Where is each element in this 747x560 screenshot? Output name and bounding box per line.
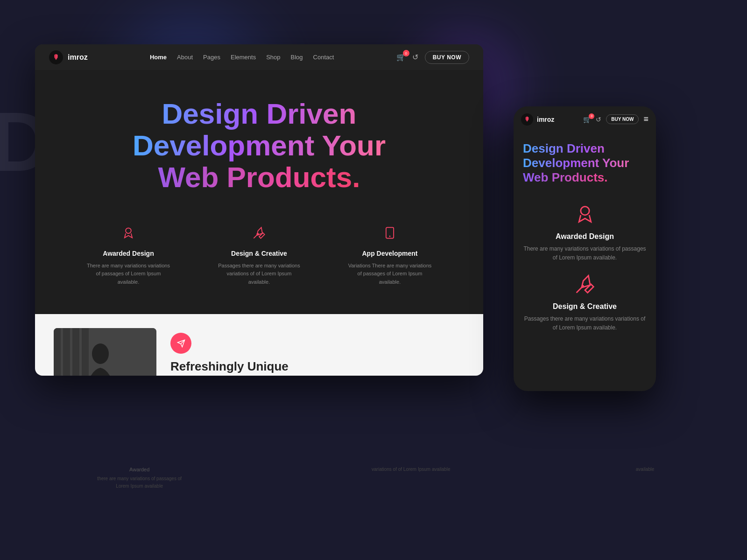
mobile-theme-icon[interactable]: ↺ — [596, 116, 601, 123]
desktop-mockup: imroz Home About Pages Elements Shop Blo… — [35, 44, 483, 376]
svg-line-2 — [254, 235, 257, 238]
feature-card-creative: Design & Creative Passages there are man… — [194, 217, 324, 296]
mobile-award-icon — [523, 204, 647, 229]
nav-link-home[interactable]: Home — [150, 54, 167, 61]
feature-title-awarded: Awarded Design — [103, 250, 154, 257]
mobile-hero-title: Design Driven Development Your Web Produ… — [523, 141, 647, 185]
smartphone-icon — [383, 226, 396, 243]
feature-desc-creative: Passages there are many variations varia… — [217, 262, 301, 287]
mobile-cart-icon[interactable]: 🛒 0 — [583, 116, 591, 123]
svg-point-1 — [257, 233, 259, 235]
desktop-buy-button[interactable]: BUY NOW — [425, 51, 469, 64]
bg-col-2: variations of of Lorem Ipsum available — [372, 466, 450, 490]
desktop-second-section: Refreshingly Unique — [35, 314, 483, 376]
feature-card-app: App Development Variations There are man… — [324, 217, 455, 296]
svg-point-10 — [92, 343, 109, 364]
svg-rect-9 — [82, 328, 89, 376]
pen-tool-icon — [253, 226, 266, 243]
mobile-features: Awarded Design There are many variations… — [514, 197, 656, 351]
bg-col-3: available — [636, 466, 654, 490]
mobile-feature-title-awarded: Awarded Design — [523, 232, 647, 241]
mobile-hero-line3: Web Products. — [523, 170, 647, 185]
mobile-feature-title-creative: Design & Creative — [523, 302, 647, 311]
image-inner — [54, 328, 156, 376]
desktop-nav-actions: 🛒 0 ↺ BUY NOW — [396, 51, 469, 64]
desktop-theme-icon[interactable]: ↺ — [412, 53, 418, 62]
desktop-logo-text: imroz — [68, 53, 88, 62]
desktop-logo-icon — [49, 50, 63, 64]
feature-desc-awarded: There are many variations variations of … — [86, 262, 170, 287]
desktop-navbar: imroz Home About Pages Elements Shop Blo… — [35, 44, 483, 70]
send-icon-button[interactable] — [170, 333, 191, 354]
desktop-hero: Design Driven Development Your Web Produ… — [35, 70, 483, 314]
nav-link-pages[interactable]: Pages — [203, 54, 220, 61]
feature-title-creative: Design & Creative — [231, 250, 287, 257]
svg-rect-8 — [72, 328, 79, 376]
svg-rect-7 — [63, 328, 70, 376]
bg-col-1: Awarded there are many variations of pas… — [93, 466, 186, 490]
desktop-hero-line3: Web Products. — [133, 161, 386, 193]
svg-point-0 — [126, 228, 131, 233]
mobile-menu-icon[interactable]: ≡ — [643, 114, 648, 124]
feature-card-awarded: Awarded Design There are many variations… — [63, 217, 194, 296]
desktop-nav-links: Home About Pages Elements Shop Blog Cont… — [150, 54, 334, 61]
mobile-logo: imroz — [521, 113, 554, 126]
mobile-mockup: imroz 🛒 0 ↺ BUY NOW ≡ Design Driven Deve… — [514, 106, 656, 391]
nav-link-elements[interactable]: Elements — [231, 54, 256, 61]
nav-link-about[interactable]: About — [177, 54, 193, 61]
svg-point-13 — [580, 206, 589, 215]
nav-link-shop[interactable]: Shop — [266, 54, 280, 61]
mobile-feature-creative: Design & Creative Passages there are man… — [523, 274, 647, 332]
svg-point-14 — [581, 285, 584, 288]
desktop-cart-badge: 0 — [403, 50, 409, 56]
feature-title-app: App Development — [362, 250, 417, 257]
mobile-feature-desc-creative: Passages there are many variations varia… — [523, 315, 647, 332]
feature-desc-app: Variations There are many variations of … — [348, 262, 432, 287]
mobile-logo-text: imroz — [537, 116, 554, 123]
desktop-logo: imroz — [49, 50, 88, 64]
desktop-hero-line1: Design Driven — [133, 98, 386, 130]
bg-bottom-text: Awarded there are many variations of pas… — [0, 466, 747, 490]
mobile-hero: Design Driven Development Your Web Produ… — [514, 132, 656, 197]
svg-rect-6 — [54, 328, 61, 376]
desktop-feature-cards: Awarded Design There are many variations… — [54, 208, 465, 296]
desktop-second-title: Refreshingly Unique — [170, 359, 465, 374]
desktop-cart-icon[interactable]: 🛒 0 — [396, 53, 406, 62]
nav-link-contact[interactable]: Contact — [313, 54, 334, 61]
svg-line-15 — [576, 287, 581, 293]
desktop-hero-line2: Development Your — [133, 130, 386, 161]
desktop-second-content: Refreshingly Unique — [170, 328, 465, 374]
award-icon — [122, 226, 135, 243]
mobile-navbar: imroz 🛒 0 ↺ BUY NOW ≡ — [514, 106, 656, 132]
mobile-logo-icon — [521, 113, 533, 126]
nav-link-blog[interactable]: Blog — [291, 54, 303, 61]
desktop-person-image — [54, 328, 156, 376]
mobile-nav-actions: 🛒 0 ↺ BUY NOW ≡ — [583, 114, 648, 124]
mobile-hero-line1: Design Driven — [523, 141, 647, 156]
mobile-feature-awarded: Awarded Design There are many variations… — [523, 204, 647, 262]
mobile-pen-icon — [523, 274, 647, 299]
mobile-hero-line2: Development Your — [523, 156, 647, 170]
mobile-buy-button[interactable]: BUY NOW — [606, 114, 639, 124]
mobile-cart-badge: 0 — [589, 113, 594, 119]
desktop-hero-title: Design Driven Development Your Web Produ… — [133, 98, 386, 194]
mobile-feature-desc-awarded: There are many variations variations of … — [523, 245, 647, 262]
